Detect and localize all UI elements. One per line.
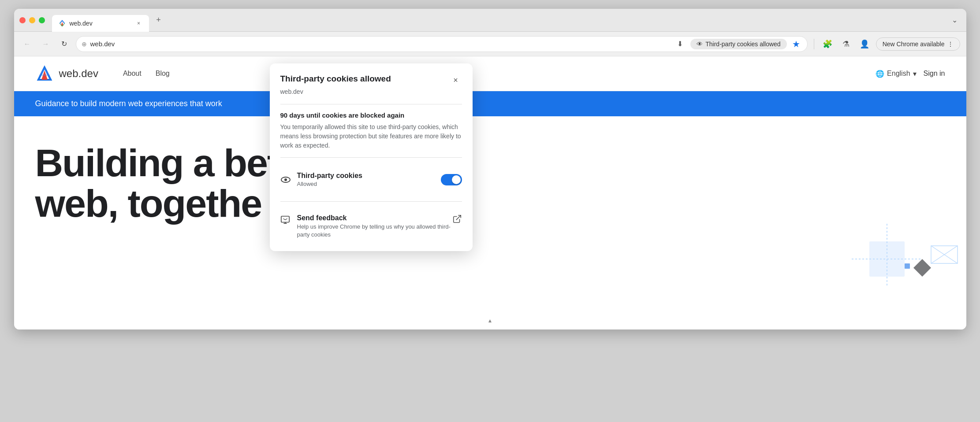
nav-about-link[interactable]: About (123, 70, 142, 78)
cookie-popup: Third-party cookies allowed × web.dev 90… (270, 63, 473, 251)
feedback-text: Help us improve Chrome by telling us why… (297, 223, 452, 239)
new-chrome-more-icon: ⋮ (947, 41, 954, 48)
toggle-label-group: Third-party cookies Allowed (297, 172, 362, 187)
title-bar: web.dev × + ⌄ (14, 9, 966, 32)
flask-button[interactable]: ⚗ (839, 37, 853, 51)
extensions-button[interactable]: 🧩 (820, 37, 835, 51)
tab-close-button[interactable]: × (135, 19, 143, 27)
popup-bottom-divider (280, 201, 462, 202)
flask-icon: ⚗ (842, 39, 850, 49)
address-text: web.dev (90, 40, 670, 48)
active-tab[interactable]: web.dev × (52, 15, 149, 32)
globe-icon: 🌐 (876, 70, 884, 78)
tab-dropdown-button[interactable]: ⌄ (949, 14, 961, 26)
refresh-icon: ↻ (61, 40, 67, 48)
nav-separator (814, 39, 814, 49)
popup-header: Third-party cookies allowed × (280, 74, 462, 86)
site-navigation: About Blog (123, 70, 170, 78)
window-controls (19, 17, 45, 23)
feedback-icon (280, 215, 291, 226)
maximize-window-button[interactable] (39, 17, 45, 23)
sign-in-button[interactable]: Sign in (924, 70, 945, 78)
popup-info-box: 90 days until cookies are blocked again … (280, 111, 462, 150)
promo-banner: Guidance to build modern web experiences… (14, 91, 966, 116)
site-actions: 🌐 English ▾ Sign in (876, 70, 945, 78)
cookie-toggle-switch[interactable] (441, 174, 462, 185)
nav-blog-link[interactable]: Blog (156, 70, 170, 78)
popup-top-divider (280, 104, 462, 104)
popup-info-text: You temporarily allowed this site to use… (280, 122, 462, 150)
new-chrome-label: New Chrome available (883, 41, 945, 48)
language-button[interactable]: 🌐 English ▾ (876, 70, 916, 78)
banner-text: Guidance to build modern web experiences… (35, 99, 222, 108)
minimize-window-button[interactable] (29, 17, 35, 23)
popup-title: Third-party cookies allowed (280, 74, 391, 84)
webdev-logo-icon (35, 64, 54, 83)
extensions-icon: 🧩 (823, 39, 832, 49)
download-icon: ⬇ (677, 40, 683, 48)
svg-rect-6 (905, 263, 910, 269)
feedback-row[interactable]: Send feedback Help us improve Chrome by … (280, 209, 462, 241)
star-icon: ★ (792, 39, 800, 49)
cookie-pill-button[interactable]: 👁 Third-party cookies allowed (690, 39, 786, 49)
feedback-text-group: Send feedback Help us improve Chrome by … (297, 214, 452, 239)
feedback-title: Send feedback (297, 214, 452, 222)
chevron-down-icon: ▾ (913, 70, 917, 78)
close-window-button[interactable] (19, 17, 26, 23)
popup-subtitle: web.dev (280, 88, 462, 95)
svg-marker-7 (913, 259, 931, 277)
navigation-bar: ← → ↻ ⊕ web.dev ⬇ 👁 Third-party cookies … (14, 32, 966, 56)
cookies-eye-icon (280, 174, 291, 185)
forward-button[interactable]: → (39, 37, 53, 51)
language-label: English (887, 70, 910, 78)
forward-icon: → (42, 40, 49, 48)
toggle-sublabel: Allowed (297, 181, 362, 187)
feedback-left: Send feedback Help us improve Chrome by … (280, 214, 452, 239)
hero-line-1: Building a bet (35, 143, 945, 183)
popup-close-button[interactable]: × (450, 74, 462, 86)
background-illustration (781, 197, 966, 329)
toggle-row: Third-party cookies Allowed (280, 165, 462, 194)
browser-window: web.dev × + ⌄ ← → ↻ ⊕ web.dev ⬇ 👁 Third-… (14, 9, 966, 329)
scroll-indicator: ▲ (485, 315, 496, 326)
external-link-icon (452, 214, 462, 224)
back-icon: ← (24, 40, 31, 48)
profile-button[interactable]: 👤 (857, 37, 872, 51)
new-tab-button[interactable]: + (153, 14, 165, 26)
cookie-pill-label: Third-party cookies allowed (705, 41, 780, 48)
tab-title: web.dev (70, 20, 131, 27)
toggle-left: Third-party cookies Allowed (280, 172, 362, 187)
refresh-button[interactable]: ↻ (57, 37, 71, 51)
toggle-knob (452, 175, 461, 184)
cookie-eye-icon: 👁 (697, 41, 703, 48)
site-logo[interactable]: web.dev (35, 64, 98, 83)
popup-info-title: 90 days until cookies are blocked again (280, 111, 462, 119)
download-icon-button[interactable]: ⬇ (673, 37, 687, 51)
profile-icon: 👤 (860, 39, 869, 49)
svg-point-12 (284, 178, 287, 181)
bookmark-star-button[interactable]: ★ (790, 37, 802, 51)
new-chrome-button[interactable]: New Chrome available ⋮ (876, 37, 960, 51)
toggle-label: Third-party cookies (297, 172, 362, 180)
back-button[interactable]: ← (20, 37, 34, 51)
popup-mid-divider (280, 157, 462, 158)
address-bar[interactable]: ⊕ web.dev ⬇ 👁 Third-party cookies allowe… (76, 36, 808, 52)
address-security-icon: ⊕ (82, 41, 87, 48)
site-header: web.dev About Blog 🌐 English ▾ Sign in (14, 56, 966, 91)
site-logo-text: web.dev (59, 67, 98, 80)
scroll-arrow-icon: ▲ (488, 318, 493, 324)
tab-favicon (58, 19, 66, 27)
page-content-area: web.dev About Blog 🌐 English ▾ Sign in G… (14, 56, 966, 329)
